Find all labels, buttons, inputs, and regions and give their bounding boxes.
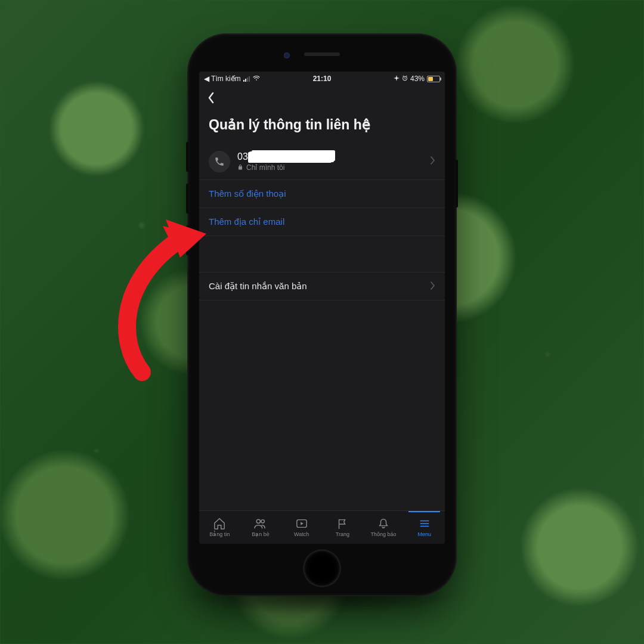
tab-menu[interactable]: Menu xyxy=(404,511,445,544)
battery-percent: 43% xyxy=(410,75,425,83)
alarm-icon xyxy=(402,75,408,83)
sms-settings-row[interactable]: Cài đặt tin nhắn văn bản xyxy=(199,272,445,301)
tab-notifications[interactable]: Thông báo xyxy=(363,511,404,544)
phone-speaker xyxy=(304,52,340,56)
tab-bar: Bảng tin Bạn bè Watch Trang Thông báo Me… xyxy=(199,510,445,544)
tab-watch[interactable]: Watch xyxy=(281,511,322,544)
location-icon xyxy=(394,75,400,83)
chevron-right-icon xyxy=(431,156,435,167)
sms-settings-label: Cài đặt tin nhắn văn bản xyxy=(209,281,307,292)
nav-back-row xyxy=(199,86,445,110)
tab-label: Bạn bè xyxy=(252,531,270,537)
status-bar: ◀ Tìm kiếm 21:10 43% xyxy=(199,72,445,86)
phone-number-prefix: 03 xyxy=(237,151,248,162)
chevron-right-icon xyxy=(431,281,435,292)
friends-icon xyxy=(254,518,267,530)
svg-point-1 xyxy=(256,519,260,523)
wifi-icon xyxy=(252,75,261,83)
menu-icon xyxy=(418,518,431,530)
phone-front-camera xyxy=(284,52,290,58)
screen: ◀ Tìm kiếm 21:10 43% xyxy=(199,72,445,544)
svg-point-2 xyxy=(261,520,264,523)
back-button[interactable] xyxy=(208,95,215,106)
lock-icon xyxy=(237,163,243,172)
battery-icon xyxy=(427,76,440,82)
tab-newsfeed[interactable]: Bảng tin xyxy=(199,511,240,544)
tab-label: Trang xyxy=(336,531,349,537)
tab-label: Menu xyxy=(417,531,431,537)
signal-icon xyxy=(243,76,250,82)
tab-label: Thông báo xyxy=(371,531,397,537)
phone-icon xyxy=(209,151,230,172)
privacy-label: Chỉ mình tôi xyxy=(246,163,284,172)
phone-contact-row[interactable]: 03 Chỉ mình tôi xyxy=(199,144,445,180)
tab-friends[interactable]: Bạn bè xyxy=(240,511,281,544)
section-gap xyxy=(199,236,445,272)
tab-pages[interactable]: Trang xyxy=(322,511,363,544)
home-button[interactable] xyxy=(305,551,339,586)
phone-number-redacted xyxy=(249,151,333,162)
status-time: 21:10 xyxy=(313,75,332,83)
page-title: Quản lý thông tin liên hệ xyxy=(199,110,445,144)
phone-device-frame: ◀ Tìm kiếm 21:10 43% xyxy=(188,35,456,595)
flag-icon xyxy=(336,518,349,530)
watch-icon xyxy=(295,518,308,530)
home-icon xyxy=(213,518,226,530)
add-phone-link[interactable]: Thêm số điện thoại xyxy=(199,180,445,208)
content-spacer xyxy=(199,301,445,510)
add-email-link[interactable]: Thêm địa chỉ email xyxy=(199,208,445,236)
status-back-app[interactable]: ◀ Tìm kiếm xyxy=(204,75,241,83)
tab-label: Bảng tin xyxy=(209,531,230,537)
tab-label: Watch xyxy=(294,531,309,537)
bell-icon xyxy=(377,518,390,530)
